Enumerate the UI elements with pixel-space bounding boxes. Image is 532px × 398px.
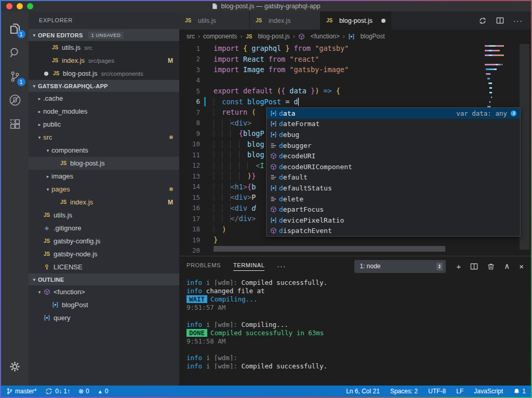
outline-item-<function>[interactable]: ▾<function> <box>29 285 179 298</box>
tree-item-public[interactable]: ▸public <box>29 118 179 131</box>
tree-item-gatsby-config.js[interactable]: JSgatsby-config.js <box>29 235 179 248</box>
status-warnings[interactable]: ▲0 <box>98 388 109 395</box>
js-file-icon: JS <box>51 58 59 63</box>
tree-item-components[interactable]: ▾components <box>29 144 179 157</box>
tree-item-node_modules[interactable]: ▸node_modules <box>29 105 179 118</box>
field-icon <box>348 33 355 40</box>
code-line-1[interactable]: 1import { graphql } from "gatsby" <box>179 43 531 54</box>
tree-item-pages[interactable]: ▾pages <box>29 183 179 196</box>
tree-item-utils.js[interactable]: JSutils.js <box>29 209 179 222</box>
status-errors[interactable]: ⊗0 <box>78 388 89 395</box>
suggest-item-dispatchEvent[interactable]: dispatchEvent <box>267 226 520 237</box>
item-label: utils.js <box>54 211 72 219</box>
breadcrumb-src[interactable]: src <box>187 33 195 40</box>
gitignore-icon: ◈ <box>43 225 50 231</box>
tree-item-index.js[interactable]: JSindex.jsM <box>29 196 179 209</box>
suggest-item-departFocus[interactable]: departFocus <box>267 204 520 215</box>
tab-label: utils.js <box>198 17 216 24</box>
tab-utils.js[interactable]: JSutils.js <box>179 11 250 30</box>
panel-more-icon[interactable]: ··· <box>277 262 286 270</box>
tree-item-src[interactable]: ▾src <box>29 131 179 144</box>
code-line-3[interactable]: 3import Image from "gatsby-image" <box>179 64 531 75</box>
suggest-item-devicePixelRatio[interactable]: devicePixelRatio <box>267 215 520 226</box>
keyword-icon <box>269 174 278 181</box>
suggest-item-default[interactable]: default <box>267 172 520 183</box>
editor-group: JSutils.jsJSindex.jsJSblog-post.js ··· s… <box>179 11 531 386</box>
status-language-mode[interactable]: JavaScript <box>474 388 503 395</box>
status-encoding[interactable]: UTF-8 <box>428 388 446 395</box>
field-icon <box>51 301 59 308</box>
suggest-label: default <box>279 173 308 181</box>
section-open-editors[interactable]: ▾ OPEN EDITORS 1 UNSAVED <box>29 29 179 41</box>
horizontal-scrollbar[interactable] <box>214 246 445 252</box>
vertical-scrollbar[interactable] <box>520 44 529 250</box>
split-terminal-icon[interactable] <box>470 263 478 270</box>
status-cursor-position[interactable]: Ln 6, Col 21 <box>346 388 380 395</box>
tree-item-gatsby-node.js[interactable]: JSgatsby-node.js <box>29 248 179 260</box>
code-line-5[interactable]: 5export default ({ data }) => { <box>179 86 531 97</box>
new-terminal-icon[interactable]: + <box>456 262 461 271</box>
code-line-4[interactable]: 4 <box>179 75 531 86</box>
status-indentation[interactable]: Spaces: 2 <box>390 388 418 395</box>
item-label: components <box>51 146 88 154</box>
code-line-2[interactable]: 2import React from "react" <box>179 54 531 65</box>
tree-item-.cache[interactable]: ▸.cache <box>29 92 179 105</box>
terminal-line: info i ⌈wdm⌉: Compiling... <box>187 320 531 328</box>
breadcrumb-blogPost[interactable]: blogPost <box>348 33 385 40</box>
close-panel-icon[interactable]: × <box>519 262 524 271</box>
outline-item-query[interactable]: query <box>29 311 179 324</box>
suggest-item-debugger[interactable]: debugger <box>267 140 520 151</box>
open-editor-utils.js[interactable]: JSutils.jssrc <box>29 41 179 54</box>
suggest-label: delete <box>279 195 303 203</box>
suggest-item-defaultStatus[interactable]: defaultStatus <box>267 183 520 194</box>
section-project[interactable]: ▾ GATSBY-GRAPHQL-APP <box>29 80 179 92</box>
activity-debug[interactable] <box>3 88 28 112</box>
status-eol[interactable]: LF <box>456 388 463 395</box>
suggest-item-data[interactable]: datavar data: anyi <box>267 108 520 119</box>
tree-item-LICENSE[interactable]: LICENSE <box>29 260 179 273</box>
sync-icon[interactable] <box>478 17 487 25</box>
line-number: 1 <box>179 45 200 52</box>
activity-search[interactable] <box>3 40 28 64</box>
split-editor-icon[interactable] <box>496 17 504 24</box>
status-sync-changes[interactable]: 0↓ 1↑ <box>45 387 70 395</box>
kill-terminal-icon[interactable] <box>487 263 495 270</box>
tree-item-.gitignore[interactable]: ◈.gitignore <box>29 222 179 235</box>
activity-extensions[interactable] <box>3 112 28 136</box>
suggest-item-decodeURIComponent[interactable]: decodeURIComponent <box>267 161 520 172</box>
suggest-item-dateFormat[interactable]: dateFormat <box>267 119 520 130</box>
js-file-icon: JS <box>184 18 192 23</box>
panel-tab-problems[interactable]: PROBLEMS <box>187 262 221 270</box>
maximize-panel-icon[interactable]: ∧ <box>504 262 510 271</box>
terminal-select[interactable]: 1: node ▲▼ <box>354 260 446 273</box>
breadcrumb-components[interactable]: components <box>203 33 237 40</box>
suggest-item-delete[interactable]: delete <box>267 194 520 204</box>
breadcrumb-blog-post.js[interactable]: JSblog-post.js <box>245 33 289 40</box>
more-actions-icon[interactable]: ··· <box>513 18 523 23</box>
tab-blog-post.js[interactable]: JSblog-post.js <box>321 11 391 30</box>
open-editor-blog-post.js[interactable]: JSblog-post.jssrc/components <box>29 67 179 80</box>
tree-item-blog-post.js[interactable]: JSblog-post.js <box>29 157 179 170</box>
activity-settings[interactable] <box>3 354 28 378</box>
status-git-branch[interactable]: master* <box>6 388 36 395</box>
suggest-item-decodeURI[interactable]: decodeURI <box>267 150 520 161</box>
tab-index.js[interactable]: JSindex.js <box>250 11 321 30</box>
open-editor-index.js[interactable]: JSindex.jssrc/pagesM <box>29 54 179 67</box>
suggest-item-debug[interactable]: debug <box>267 129 520 140</box>
status-notifications[interactable]: 1 <box>513 388 526 395</box>
tree-item-images[interactable]: ▸images <box>29 170 179 183</box>
panel-tab-terminal[interactable]: TERMINAL <box>233 262 264 271</box>
activity-explorer[interactable]: 1 <box>3 17 28 40</box>
breadcrumb-<function>[interactable]: <function> <box>298 33 340 40</box>
code-line-6[interactable]: 6 const blogPost = d <box>179 97 531 107</box>
tab-label: index.js <box>269 17 290 24</box>
chevron-right-icon: ▸ <box>36 109 43 114</box>
activity-source-control[interactable]: 1 <box>3 64 28 88</box>
code-editor[interactable]: 1import { graphql } from "gatsby"2import… <box>179 43 531 256</box>
section-outline[interactable]: ▾ OUTLINE <box>29 273 179 285</box>
chevron-down-icon: ▾ <box>36 290 43 295</box>
field-icon <box>43 314 50 321</box>
outline-item-blogPost[interactable]: blogPost <box>29 298 179 311</box>
status-bar: master*0↓ 1↑⊗0▲0 Ln 6, Col 21Spaces: 2UT… <box>1 386 531 397</box>
field-icon <box>269 110 278 117</box>
